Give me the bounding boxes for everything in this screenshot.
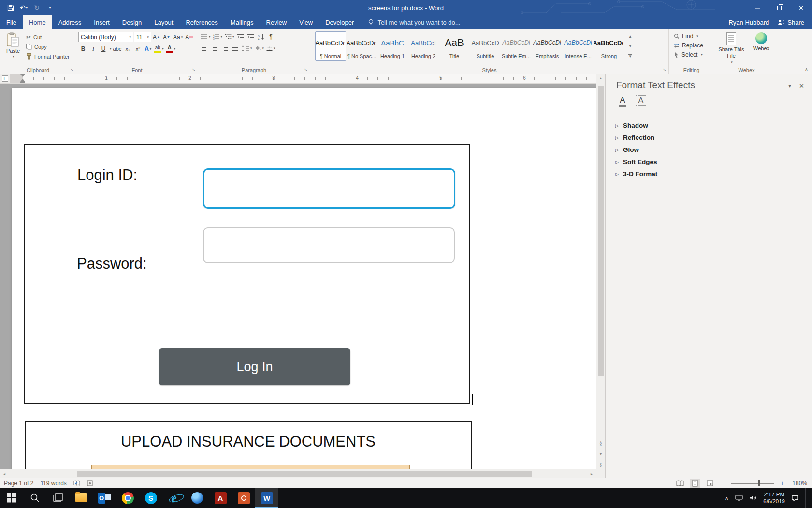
task-view-button[interactable] (46, 488, 70, 508)
pane-options-chevron[interactable]: ▾ (788, 82, 791, 90)
action-center-button[interactable] (792, 495, 798, 501)
highlight-button[interactable]: ab▾ (153, 44, 165, 54)
word-taskbar-button[interactable]: W (255, 488, 278, 508)
zoom-slider[interactable] (731, 483, 774, 484)
vertical-scrollbar[interactable]: ▲ ∧∧ ▼ ∨∨ (596, 74, 605, 469)
style-no-spacing[interactable]: AaBbCcDc ¶ No Spac... (346, 31, 377, 61)
show-hide-marks-button[interactable]: ¶ (266, 32, 276, 42)
cut-button[interactable]: ✂Cut (26, 33, 70, 41)
zoom-out-button[interactable]: − (720, 479, 726, 487)
skype-button[interactable]: S (139, 488, 162, 508)
text-fill-outline-tab[interactable]: A (616, 95, 629, 108)
internet-explorer-button[interactable]: e (162, 488, 186, 508)
style-emphasis[interactable]: AaBbCcDi Emphasis (532, 31, 563, 61)
tray-expand-button[interactable]: ∧ (725, 495, 728, 501)
horizontal-scrollbar[interactable]: ◄ ► (0, 469, 596, 478)
subscript-button[interactable]: x₂ (123, 44, 132, 54)
hanging-indent-marker[interactable] (20, 76, 25, 82)
copy-button[interactable]: Copy (26, 43, 70, 51)
volume-button[interactable] (750, 495, 756, 501)
justify-button[interactable] (231, 44, 240, 53)
font-color-button[interactable]: A▾ (165, 44, 177, 54)
webex-button[interactable]: Webex (746, 30, 776, 65)
login-id-input-mock[interactable] (203, 168, 455, 209)
strikethrough-button[interactable]: abc (112, 44, 123, 54)
superscript-button[interactable]: x² (133, 44, 143, 54)
outlook-button[interactable]: O (93, 488, 116, 508)
acrobat-button[interactable]: A (209, 488, 232, 508)
upload-bar-mock[interactable] (91, 465, 410, 469)
text-effects-button[interactable]: A▾ (143, 44, 153, 54)
tell-me-box[interactable]: Tell me what you want to do... (368, 15, 460, 29)
section-shadow[interactable]: ▷Shadow (615, 120, 812, 132)
select-button[interactable]: Select▾ (674, 51, 709, 58)
next-page-button[interactable]: ∨∨ (596, 461, 605, 469)
section-reflection[interactable]: ▷Reflection (615, 132, 812, 144)
collapse-ribbon-button[interactable]: ∧ (805, 67, 808, 72)
globe-app-button[interactable] (186, 488, 209, 508)
vertical-scroll-thumb[interactable] (598, 86, 604, 376)
proofing-status-button[interactable] (73, 480, 80, 486)
page-indicator[interactable]: Page 1 of 2 (4, 480, 33, 487)
print-layout-button[interactable] (690, 479, 700, 488)
tab-stop-selector[interactable]: L (2, 75, 8, 82)
tab-design[interactable]: Design (116, 15, 148, 29)
style-title[interactable]: AaB Title (439, 31, 470, 61)
undo-button[interactable]: ↶▾ (18, 1, 29, 14)
login-screen-mockup[interactable]: Login ID: Password: Log In (24, 144, 470, 404)
italic-button[interactable]: I (88, 44, 98, 54)
share-this-file-button[interactable]: Share This File ▾ (716, 30, 746, 65)
previous-page-button[interactable]: ∧∧ (596, 439, 605, 448)
align-right-button[interactable] (220, 44, 230, 53)
styles-dialog-launcher[interactable]: ↘ (661, 66, 667, 73)
styles-more-button[interactable]: ▼ (626, 51, 634, 60)
change-case-button[interactable]: Aa▾ (172, 32, 184, 42)
grow-font-button[interactable]: A▲ (152, 32, 161, 42)
redo-button[interactable]: ↻ (31, 1, 43, 14)
macro-record-button[interactable] (87, 480, 93, 486)
style-normal[interactable]: AaBbCcDc ¶ Normal (315, 31, 346, 61)
zoom-level[interactable]: 180% (790, 480, 807, 487)
start-button[interactable] (0, 488, 23, 508)
horizontal-ruler[interactable]: 1 2 3 4 5 6 (10, 74, 596, 84)
style-intense-emphasis[interactable]: AaBbCcDi Intense E... (563, 31, 594, 61)
file-explorer-button[interactable] (70, 488, 93, 508)
tab-layout[interactable]: Layout (148, 15, 179, 29)
zoom-in-button[interactable]: + (779, 479, 785, 487)
font-size-combo[interactable]: 11▾ (134, 32, 151, 42)
format-painter-button[interactable]: Format Painter (26, 52, 70, 60)
shrink-font-button[interactable]: A▼ (162, 32, 172, 42)
tab-home[interactable]: Home (23, 15, 52, 29)
left-indent-marker[interactable] (20, 82, 25, 83)
restore-button[interactable] (768, 0, 790, 15)
shading-button[interactable]: ▾ (254, 44, 265, 53)
sort-button[interactable]: AZ (256, 32, 266, 42)
show-desktop-button[interactable] (805, 488, 808, 508)
tab-review[interactable]: Review (260, 15, 293, 29)
bold-button[interactable]: B (78, 44, 88, 54)
orange-app-button[interactable] (232, 488, 255, 508)
replace-button[interactable]: Replace (674, 42, 709, 49)
ribbon-display-options-button[interactable] (725, 0, 747, 15)
zoom-slider-thumb[interactable] (758, 480, 760, 486)
search-button[interactable] (23, 488, 46, 508)
scroll-right-button[interactable]: ► (587, 469, 596, 478)
tab-address[interactable]: Address (52, 15, 88, 29)
chrome-button[interactable] (116, 488, 139, 508)
scroll-up-button[interactable]: ▲ (596, 74, 605, 82)
tab-references[interactable]: References (179, 15, 224, 29)
tab-file[interactable]: File (0, 15, 23, 29)
tab-developer[interactable]: Developer (319, 15, 360, 29)
styles-scroll-up-button[interactable]: ▲ (626, 31, 634, 41)
paste-button[interactable]: Paste ▾ (2, 30, 24, 60)
style-strong[interactable]: AaBbCcDc Strong (594, 31, 624, 61)
bullets-button[interactable]: ▾ (200, 32, 212, 42)
underline-button[interactable]: U (99, 44, 108, 54)
find-button[interactable]: Find▾ (674, 33, 709, 40)
minimize-button[interactable] (747, 0, 768, 15)
line-spacing-button[interactable]: ▾ (241, 44, 253, 53)
scroll-left-button[interactable]: ◄ (0, 469, 9, 478)
styles-scroll-down-button[interactable]: ▼ (626, 41, 634, 51)
clear-formatting-button[interactable]: A (184, 32, 194, 42)
save-button[interactable] (5, 1, 16, 14)
